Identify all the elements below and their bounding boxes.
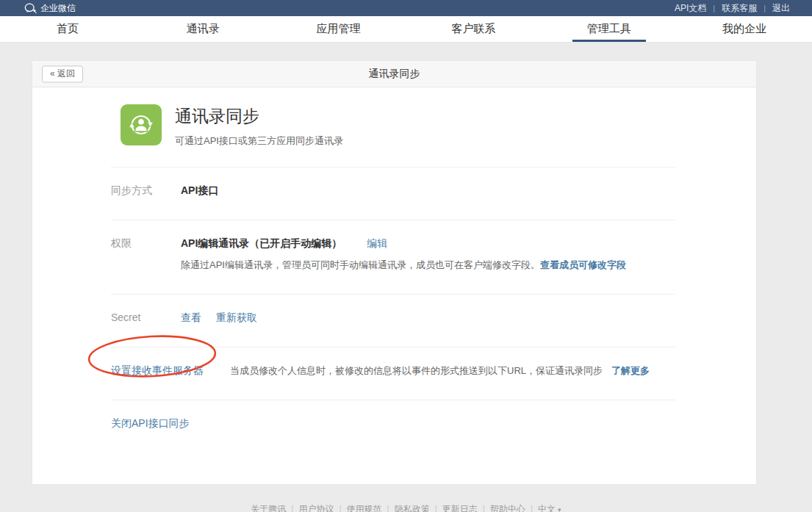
footer-link-changelog[interactable]: 更新日志 [442,504,478,512]
separator: | [339,504,341,512]
callback-desc: 当成员修改个人信息时，被修改的信息将以事件的形式推送到以下URL，保证通讯录同步… [230,364,650,378]
nav-item-my-company[interactable]: 我的企业 [677,16,812,42]
footer-links: 关于腾讯|用户协议|使用规范|隐私政策|更新日志|帮助中心|中文▾ [0,503,812,512]
separator: | [387,504,389,512]
footer-link-usage-rules[interactable]: 使用规范 [347,504,382,512]
nav-item-admin-tools[interactable]: 管理工具 [542,16,677,42]
row-secret: Secret 查看 重新获取 [111,294,675,347]
caret-down-icon: ▾ [558,506,561,512]
page-title: 通讯录同步 [369,68,420,81]
app-subtitle: 可通过API接口或第三方应用同步通讯录 [175,134,343,148]
view-editable-fields-link[interactable]: 查看成员可修改字段 [540,259,626,270]
secret-refresh-link[interactable]: 重新获取 [216,311,257,323]
secret-view-link[interactable]: 查看 [181,311,201,323]
topbar-links: API文档 | 联系客服 | 退出 [675,2,790,15]
separator: | [764,4,766,12]
sync-mode-label: 同步方式 [111,184,181,198]
footer-link-about-tencent[interactable]: 关于腾讯 [251,504,286,512]
close-api-sync-link[interactable]: 关闭API接口同步 [111,417,190,430]
topbar: 企业微信 API文档 | 联系客服 | 退出 [0,0,812,16]
secret-label: Secret [111,311,181,325]
card-body: 通讯录同步 可通过API接口或第三方应用同步通讯录 同步方式 API接口 权限 … [32,104,756,484]
separator: | [291,504,293,512]
footer-link-privacy-policy[interactable]: 隐私政策 [395,504,430,512]
row-sync-mode: 同步方式 API接口 [111,167,675,220]
footer-link-user-agreement[interactable]: 用户协议 [298,504,334,512]
footer-link-help-center[interactable]: 帮助中心 [490,504,525,512]
learn-more-link[interactable]: 了解更多 [611,365,650,376]
app-title: 通讯录同步 [175,105,343,128]
permission-label: 权限 [111,237,181,272]
row-callback-server: 设置接收事件服务器 当成员修改个人信息时，被修改的信息将以事件的形式推送到以下U… [111,347,675,400]
permission-value: API编辑通讯录（已开启手动编辑） [181,237,342,249]
row-close-api-sync: 关闭API接口同步 [111,400,675,444]
nav-item-app-management[interactable]: 应用管理 [270,16,406,42]
topbar-link-api-docs[interactable]: API文档 [675,2,706,15]
separator: | [435,504,437,512]
footer: 关于腾讯|用户协议|使用规范|隐私政策|更新日志|帮助中心|中文▾ © 1998… [0,503,812,512]
card-header: « 返回 通讯录同步 [32,61,756,87]
back-button[interactable]: « 返回 [42,65,83,82]
nav-item-contacts[interactable]: 通讯录 [135,16,270,42]
app-info: 通讯录同步 可通过API接口或第三方应用同步通讯录 [175,104,343,148]
contact-sync-card: « 返回 通讯录同步 通讯录同步 可通过API接口或第三方应用同步通讯录 [32,60,757,485]
nav-item-home[interactable]: 首页 [0,16,135,42]
main-nav: 首页 通讯录 应用管理 客户联系 管理工具 我的企业 [0,16,812,43]
nav-item-customer-relations[interactable]: 客户联系 [406,16,542,42]
permission-edit-link[interactable]: 编辑 [367,237,387,249]
set-callback-server-link[interactable]: 设置接收事件服务器 [111,364,204,378]
permission-desc: 除通过API编辑通讯录，管理员可同时手动编辑通讯录，成员也可在客户端修改字段。 [181,259,540,270]
language-selector[interactable]: 中文▾ [538,504,561,512]
app-header: 通讯录同步 可通过API接口或第三方应用同步通讯录 [121,104,756,148]
topbar-link-logout[interactable]: 退出 [772,2,790,15]
separator: | [531,504,533,512]
wechat-work-logo[interactable]: 企业微信 [24,2,76,15]
contact-sync-icon [121,104,162,145]
chat-bubble-icon [24,3,37,14]
separator: | [713,4,715,12]
sync-mode-value: API接口 [181,184,218,196]
separator: | [483,504,485,512]
topbar-link-contact-support[interactable]: 联系客服 [722,2,757,15]
brand-name: 企业微信 [40,2,76,15]
row-permission: 权限 API编辑通讯录（已开启手动编辑） 编辑 除通过API编辑通讯录，管理员可… [111,220,675,294]
